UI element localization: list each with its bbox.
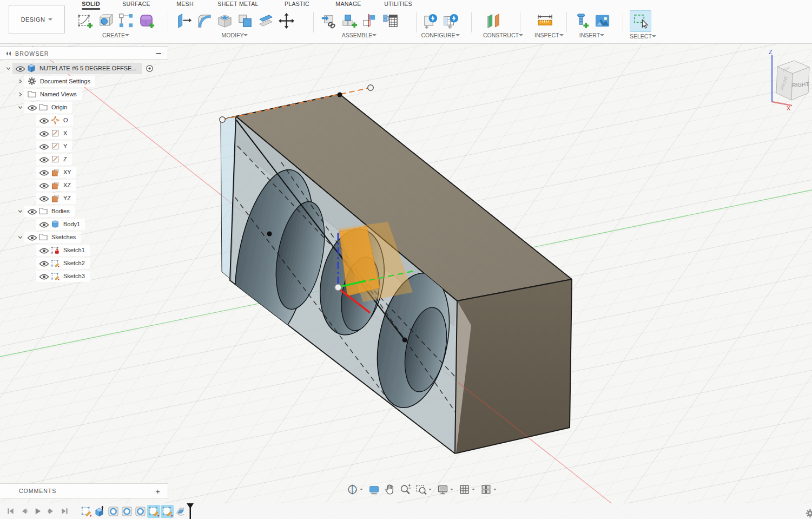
play-button[interactable] [31,505,44,517]
canvas-button[interactable] [592,10,612,31]
chevron-down-icon[interactable] [16,235,24,240]
construction-button[interactable] [116,10,136,31]
timeline-feature-section-8[interactable] [174,505,187,518]
visibility-eye-icon[interactable] [39,156,49,163]
step-back-button[interactable] [17,505,31,517]
new-component-button[interactable] [339,10,359,31]
visibility-eye-icon[interactable] [39,182,49,189]
sketch-point-1[interactable] [267,232,272,236]
skip-end-button[interactable] [58,505,71,517]
chevron-right-icon[interactable] [16,79,24,84]
configuration-button[interactable] [420,10,440,31]
create-sketch-button[interactable] [75,10,95,31]
viewports-button[interactable] [479,483,499,496]
visibility-eye-icon[interactable] [39,221,49,228]
visibility-eye-icon[interactable] [39,247,49,254]
create-form-button[interactable] [136,10,157,31]
group-label-construct[interactable]: CONSTRUCT [483,32,523,38]
group-label-select[interactable]: SELECT [630,33,656,40]
browser-row-sketch2[interactable]: Sketch2 [0,257,168,270]
block-right-face[interactable] [455,279,572,454]
timeline-feature-hole-3[interactable] [107,505,120,518]
tab-solid[interactable]: SOLID [82,1,100,10]
joint-button[interactable] [359,10,380,31]
tab-plastic[interactable]: PLASTIC [285,1,309,7]
browser-row-xz[interactable]: XZ [0,179,168,192]
select-window-button[interactable] [630,10,651,32]
orbit-button[interactable] [345,483,366,496]
visibility-eye-icon[interactable] [39,143,49,150]
group-label-assemble[interactable]: ASSEMBLE [318,32,400,38]
timeline-feature-sketch-7[interactable] [161,505,174,518]
group-label-modify[interactable]: MODIFY [173,32,296,38]
pan-button[interactable] [382,483,397,496]
browser-row-body1[interactable]: Body1 [0,218,168,231]
chevron-right-icon[interactable] [16,92,24,97]
measure-button[interactable] [534,10,555,31]
shell-button[interactable] [214,10,235,31]
zoom-button[interactable] [398,483,413,496]
tab-mesh[interactable]: MESH [176,1,194,7]
browser-row-x[interactable]: X [0,127,168,140]
browser-row-bodies[interactable]: Bodies [0,205,168,218]
step-forward-button[interactable] [44,505,58,517]
chevron-down-icon[interactable] [16,105,24,110]
group-label-insert[interactable]: INSERT [571,32,612,38]
model-body[interactable] [220,85,572,454]
group-label-inspect[interactable]: INSPECT [534,32,564,38]
browser-row-named-views[interactable]: Named Views [0,88,168,101]
bom-button[interactable] [380,10,400,31]
minimize-panel-button[interactable] [156,53,161,54]
visibility-eye-icon[interactable] [39,260,49,267]
visibility-eye-icon[interactable] [15,65,25,72]
visibility-eye-icon[interactable] [27,208,37,215]
insert-derive-button[interactable] [318,10,339,31]
browser-row-sketches[interactable]: Sketches [0,231,168,244]
collapse-panel-icon[interactable] [5,51,11,56]
display-settings-button[interactable] [435,483,456,496]
window-zoom-button[interactable] [414,483,434,496]
fillet-button[interactable] [194,10,214,31]
sketch-point-2[interactable] [402,338,407,343]
visibility-eye-icon[interactable] [39,195,49,202]
browser-row-yz[interactable]: YZ [0,192,168,205]
construction-planes-button[interactable] [483,10,504,31]
visibility-eye-icon[interactable] [27,104,37,111]
timeline-feature-hole-5[interactable] [134,505,147,518]
gear-icon[interactable] [806,509,812,519]
press-pull-button[interactable] [173,10,194,31]
browser-row-document-settings[interactable]: Document Settings [0,75,168,88]
timeline-playhead[interactable] [186,503,194,519]
visibility-eye-icon[interactable] [39,130,49,137]
move-copy-button[interactable] [276,10,296,31]
visibility-eye-icon[interactable] [39,273,49,280]
timeline-feature-sketch-6[interactable] [147,505,160,518]
visibility-eye-icon[interactable] [27,234,37,241]
add-comment-button[interactable]: + [155,487,160,496]
workspace-switcher[interactable]: DESIGN [9,5,65,34]
browser-row-sketch1[interactable]: Sketch1 [0,244,168,257]
browser-row-sketch3[interactable]: Sketch3 [0,270,168,283]
visibility-eye-icon[interactable] [39,169,49,176]
group-label-configure[interactable]: CONFIGURE [420,32,461,38]
browser-row-y[interactable]: Y [0,140,168,153]
configuration-table-button[interactable] [440,10,461,31]
browser-row-o[interactable]: O [0,114,168,127]
browser-row-origin[interactable]: Origin [0,101,168,114]
group-label-create[interactable]: CREATE [75,32,157,38]
timeline-feature-extrude-2[interactable] [93,505,106,518]
timeline-feature-sketch-1[interactable] [80,505,93,518]
browser-row-xy[interactable]: XY [0,166,168,179]
skip-start-button[interactable] [4,505,17,517]
browser-row-nutplate-6-5-degree-offse[interactable]: NUTPLATE #6 5 DEGREE OFFSE... [0,62,168,75]
tab-utilities[interactable]: UTILITIES [384,1,412,7]
look-at-button[interactable] [367,483,381,496]
combine-button[interactable] [235,10,255,31]
browser-row-z[interactable]: Z [0,153,168,166]
comments-bar[interactable]: COMMENTS + [0,483,168,498]
visibility-eye-icon[interactable] [39,117,49,124]
tab-manage[interactable]: MANAGE [335,1,361,7]
chevron-down-icon[interactable] [4,66,12,71]
tab-surface[interactable]: SURFACE [122,1,150,7]
primitive-button[interactable] [95,10,116,31]
